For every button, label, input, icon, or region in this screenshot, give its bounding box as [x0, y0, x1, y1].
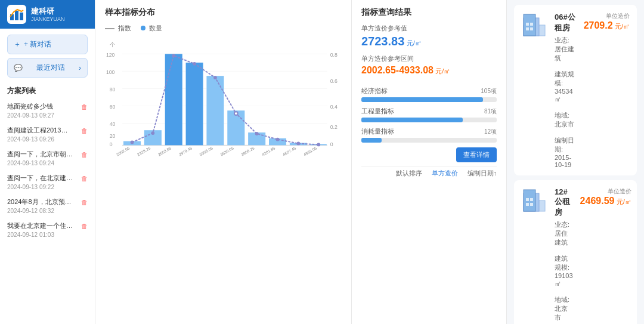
- svg-point-38: [255, 132, 259, 135]
- detail-button[interactable]: 查看详情: [456, 147, 497, 162]
- case-item[interactable]: 我要在北京建一个住宅，多少... 2024-09-12 01:03 🗑: [2, 218, 92, 242]
- case-item[interactable]: 2024年8月，北京预拌混凝土... 2024-09-12 08:32 🗑: [2, 194, 92, 218]
- case-date: 2024-09-13 09:27: [7, 112, 81, 119]
- price-ref-value-line: 2723.83 元/㎡: [361, 35, 497, 48]
- svg-text:20: 20: [110, 133, 116, 139]
- case-name: 我要在北京建一个住宅，多少...: [7, 221, 73, 230]
- price-range-value-line: 2002.65-4933.08 元/㎡: [361, 65, 497, 76]
- case-item[interactable]: 地面瓷砖多少钱 2024-09-13 09:27 🗑: [2, 98, 92, 122]
- chat-icon: 💬: [14, 64, 23, 72]
- svg-point-41: [317, 143, 320, 146]
- result-price: 单位造价 2709.2 元/㎡: [584, 12, 630, 31]
- case-item-left: 2024年8月，北京预拌混凝土... 2024-09-12 08:32: [7, 198, 81, 214]
- price-range-value: 2002.65-4933.08: [361, 65, 434, 75]
- result-date: 编制日期: 2015-10-19: [555, 136, 577, 168]
- svg-point-40: [296, 142, 300, 146]
- result-info: 06#公租房 业态: 居住建筑 建筑规模: 34534㎡ 地域: 北京市 编制日…: [555, 12, 577, 168]
- delete-icon[interactable]: 🗑: [81, 199, 88, 206]
- case-item-left: 查阅建设工程2013清单规范相... 2024-09-13 09:26: [7, 126, 81, 143]
- sidebar: 建科研 JIANKEYUAN ＋ + 新对话 💬 最近对话 › 方案列表 地面瓷…: [0, 0, 95, 324]
- price-ref-label: 单方造价参考值: [361, 24, 497, 33]
- case-item-left: 查阅一下，在北京建设一栋保... 2024-09-13 09:22: [7, 174, 81, 190]
- engineering-progress-bg: [361, 118, 497, 122]
- svg-text:0.2: 0.2: [330, 124, 338, 130]
- svg-text:4607.45: 4607.45: [282, 146, 297, 156]
- result-type: 业态: 居住建筑: [555, 220, 573, 247]
- logo-icon: [7, 5, 26, 24]
- svg-rect-65: [530, 203, 533, 206]
- svg-rect-56: [530, 23, 533, 26]
- sort-default[interactable]: 默认排序: [396, 169, 422, 178]
- sort-price[interactable]: 单方造价: [432, 169, 458, 178]
- result-item[interactable]: 12#公租房 业态: 居住建筑 建筑规模: 19103㎡ 地域: 北京市 编制日…: [514, 180, 637, 324]
- svg-text:0: 0: [330, 141, 333, 147]
- case-name: 查阅建设工程2013清单规范相...: [7, 126, 73, 135]
- legend-line-item: 指数: [105, 24, 131, 33]
- svg-rect-26: [206, 76, 224, 145]
- engineering-count: 81项: [484, 107, 497, 116]
- svg-text:3956.25: 3956.25: [240, 146, 255, 156]
- price-value-line: 2469.59 元/㎡: [580, 196, 631, 206]
- svg-rect-61: [524, 190, 535, 211]
- recent-chats-button[interactable]: 💬 最近对话 ›: [7, 58, 88, 78]
- economy-label: 经济指标: [361, 87, 388, 95]
- sort-date[interactable]: 编制日期↑: [467, 169, 497, 178]
- delete-icon[interactable]: 🗑: [81, 127, 88, 134]
- delete-icon[interactable]: 🗑: [81, 223, 88, 230]
- svg-text:60: 60: [110, 104, 116, 110]
- case-date: 2024-09-12 08:32: [7, 208, 81, 214]
- chart-panel: 样本指标分布 指数 数量 个 120 100 80 60: [95, 0, 352, 324]
- svg-rect-64: [526, 203, 529, 206]
- case-item[interactable]: 查阅一下，在北京建设一栋保... 2024-09-13 09:22 🗑: [2, 170, 92, 194]
- svg-rect-58: [530, 27, 533, 30]
- svg-text:40: 40: [110, 121, 116, 127]
- price-ref-row: 单方造价参考值 2723.83 元/㎡: [361, 24, 497, 48]
- svg-text:4933.05: 4933.05: [303, 146, 318, 156]
- price-value-line: 2709.2 元/㎡: [584, 20, 630, 31]
- price-ref-value: 2723.83: [361, 35, 404, 48]
- svg-rect-63: [530, 198, 533, 201]
- delete-icon[interactable]: 🗑: [81, 103, 88, 110]
- consumption-progress-row: 消耗量指标 12项: [361, 127, 497, 143]
- delete-icon[interactable]: 🗑: [81, 175, 88, 182]
- svg-text:个: 个: [110, 42, 115, 48]
- new-chat-button[interactable]: ＋ + 新对话: [7, 35, 88, 54]
- result-item[interactable]: 06#公租房 业态: 居住建筑 建筑规模: 34534㎡ 地域: 北京市 编制日…: [514, 5, 637, 175]
- svg-text:3305.05: 3305.05: [199, 146, 213, 156]
- delete-icon[interactable]: 🗑: [81, 151, 88, 158]
- result-info: 12#公租房 业态: 居住建筑 建筑规模: 19103㎡ 地域: 北京市 编制日…: [555, 187, 573, 324]
- svg-text:0: 0: [110, 141, 113, 147]
- case-item[interactable]: 查阅一下，北京市朝阳区新建... 2024-09-13 09:24 🗑: [2, 146, 92, 170]
- price-value: 2709.2: [584, 20, 613, 30]
- case-item-left: 我要在北京建一个住宅，多少... 2024-09-12 01:03: [7, 221, 81, 238]
- chart-container: 个 120 100 80 60 40 20 0 0.8 0.6 0.4 0.2 …: [105, 38, 342, 157]
- price-range-row: 单方造价参考区间 2002.65-4933.08 元/㎡: [361, 54, 497, 76]
- engineering-label: 工程量指标: [361, 107, 394, 116]
- case-item[interactable]: 查阅建设工程2013清单规范相... 2024-09-13 09:26 🗑: [2, 122, 92, 146]
- plus-icon: ＋: [14, 39, 21, 50]
- svg-text:120: 120: [106, 52, 115, 58]
- svg-rect-2: [20, 13, 23, 20]
- logo-text: 建科研 JIANKEYUAN: [31, 7, 65, 22]
- price-range-unit: 元/㎡: [435, 67, 450, 75]
- svg-rect-62: [526, 198, 529, 201]
- svg-text:2328.25: 2328.25: [137, 146, 151, 156]
- case-item-left: 地面瓷砖多少钱 2024-09-13 09:27: [7, 102, 81, 119]
- engineering-progress-fill: [361, 118, 463, 122]
- economy-progress-fill: [361, 97, 483, 102]
- result-name: 12#公租房: [555, 187, 573, 218]
- price-label: 单位造价: [580, 187, 631, 196]
- svg-text:80: 80: [110, 87, 116, 92]
- indicator-panel: 指标查询结果 单方造价参考值 2723.83 元/㎡ 单方造价参考区间 2002…: [352, 0, 507, 324]
- case-date: 2024-09-13 09:26: [7, 136, 81, 143]
- case-name: 地面瓷砖多少钱: [7, 102, 73, 111]
- svg-text:3630.65: 3630.65: [219, 146, 234, 156]
- result-type: 业态: 居住建筑: [555, 36, 577, 63]
- price-ref-unit: 元/㎡: [407, 39, 422, 47]
- svg-rect-1: [15, 11, 18, 20]
- economy-progress-bg: [361, 97, 497, 102]
- price-label: 单位造价: [584, 12, 630, 20]
- svg-rect-25: [186, 63, 203, 145]
- svg-text:100: 100: [106, 69, 115, 75]
- svg-point-33: [151, 131, 154, 135]
